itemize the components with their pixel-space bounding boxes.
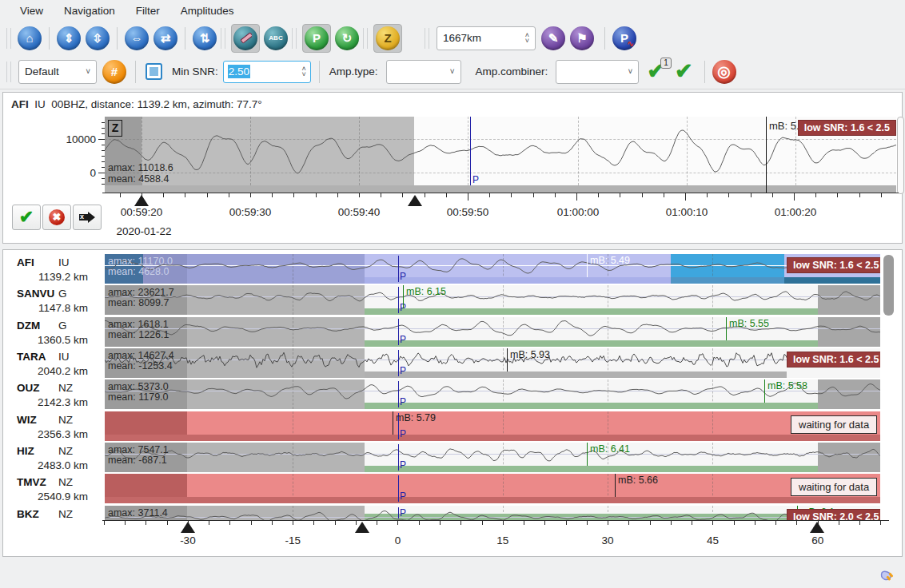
spinner-arrows-icon[interactable]: ˄˅ bbox=[517, 33, 529, 44]
accept-trace-button[interactable]: ✔ bbox=[12, 205, 41, 230]
trace-row-OUZ[interactable]: amax: 5373.0mean: 1179.0PmB: 5.58 bbox=[105, 379, 880, 409]
window-marker[interactable] bbox=[408, 195, 422, 206]
station-label-WIZ[interactable]: WIZNZ2356.3 km bbox=[3, 411, 105, 441]
snr-band-waiting bbox=[105, 435, 880, 441]
processing-band bbox=[105, 185, 896, 193]
mean-label: mean: -1253.4 bbox=[108, 360, 173, 371]
mb-marker[interactable] bbox=[766, 117, 767, 193]
date-label: 2020-01-22 bbox=[110, 225, 178, 237]
flag-pick-icon[interactable]: ⚑ bbox=[570, 26, 594, 50]
p-pick-marker[interactable] bbox=[470, 117, 471, 185]
window-marker[interactable] bbox=[810, 522, 824, 533]
amax-label: amax: 3711.4 bbox=[108, 507, 168, 518]
station-label-HIZ[interactable]: HIZNZ2483.0 km bbox=[3, 443, 105, 472]
row-height-icon[interactable]: ⇅ bbox=[193, 26, 217, 50]
pick-p-icon[interactable]: P bbox=[305, 26, 329, 50]
min-snr-checkbox[interactable] bbox=[146, 63, 162, 80]
trace-row-HIZ[interactable]: amax: 7547.1mean: -687.1PmB: 6.41 bbox=[105, 443, 880, 472]
amax-label: amax: 11170.0 bbox=[108, 256, 173, 267]
trace-row-SANVU[interactable]: amax: 23621.7mean: 8099.7PmB: 6.15 bbox=[105, 285, 880, 315]
connection-status-icon[interactable] bbox=[877, 566, 895, 586]
mb-marker[interactable] bbox=[587, 443, 588, 466]
commit-icon[interactable]: # bbox=[102, 60, 126, 84]
menu-navigation[interactable]: Navigation bbox=[54, 2, 126, 19]
station-label-TMVZ[interactable]: TMVZNZ2540.9 km bbox=[3, 474, 105, 503]
mb-marker[interactable] bbox=[726, 317, 727, 340]
min-snr-arrows-icon[interactable]: ˄˅ bbox=[294, 66, 306, 77]
station-list-scrollbar[interactable] bbox=[883, 255, 894, 316]
station-label-TARA[interactable]: TARAIU2040.2 km bbox=[3, 348, 105, 378]
time-tick-label: 00:59:30 bbox=[217, 206, 284, 218]
p-pick-marker[interactable] bbox=[398, 507, 399, 518]
time-tick-label: 00:59:40 bbox=[325, 206, 393, 218]
mean-label: mean: 4628.0 bbox=[108, 266, 169, 277]
p-pick-marker[interactable] bbox=[398, 475, 399, 502]
confirm-one-icon[interactable]: ✔1 bbox=[647, 61, 665, 82]
p-pick-marker[interactable] bbox=[398, 381, 399, 407]
distance-spinner[interactable]: 1667km ˄˅ bbox=[437, 26, 536, 50]
window-marker[interactable] bbox=[134, 195, 149, 206]
p-pick-marker[interactable] bbox=[398, 319, 399, 345]
station-label-AFI[interactable]: AFIIU1139.2 km bbox=[3, 254, 105, 284]
time-tick-label: 00:59:50 bbox=[434, 206, 501, 218]
mb-marker[interactable] bbox=[764, 379, 765, 403]
y-tick-10000: 10000 bbox=[48, 133, 96, 145]
amax-label: amax: 7547.1 bbox=[108, 444, 169, 455]
time-zoom-out-icon[interactable]: ⇔ bbox=[125, 26, 149, 50]
amplitude-fit-icon[interactable]: ⇳ bbox=[86, 26, 110, 50]
profile-combo[interactable]: Default ˅ bbox=[18, 60, 97, 84]
magnitude-target-icon[interactable]: ◎ bbox=[712, 60, 736, 84]
station-label-BKZ[interactable]: BKZNZ bbox=[3, 506, 105, 520]
p-pick-label: P bbox=[400, 459, 406, 471]
station-label-OUZ[interactable]: OUZNZ2142.3 km bbox=[3, 379, 105, 409]
trace-row-AFI[interactable]: amax: 11170.0mean: 4628.0PmB: 5.49low SN… bbox=[105, 254, 880, 284]
mb-marker[interactable] bbox=[403, 285, 404, 308]
home-icon[interactable]: ⌂ bbox=[18, 26, 42, 50]
main-details: distance: 1139.2 km, azimuth: 77.7° bbox=[91, 98, 262, 110]
draw-pick-icon[interactable]: ✎ bbox=[541, 26, 565, 50]
menu-view[interactable]: View bbox=[10, 2, 54, 19]
p-pick-label: P bbox=[400, 365, 406, 376]
relative-tick-label: 0 bbox=[365, 534, 432, 546]
trace-row-TARA[interactable]: amax: 14627.4mean: -1253.4PmB: 5.93low S… bbox=[105, 348, 880, 378]
station-label-DZM[interactable]: DZMG1360.5 km bbox=[3, 317, 105, 347]
station-labels-icon[interactable]: ABC bbox=[264, 26, 288, 50]
confirm-all-icon[interactable]: ✔ bbox=[675, 61, 693, 82]
min-snr-spinbox[interactable]: 2.50 ˄˅ bbox=[223, 61, 311, 83]
main-trace-plot[interactable]: Z amax: 11018.6 mean: 4588.4 P mB: 5.4 l… bbox=[105, 117, 896, 193]
mb-marker[interactable] bbox=[587, 254, 588, 277]
mb-marker[interactable] bbox=[615, 474, 616, 497]
p-pick-marker[interactable] bbox=[398, 256, 399, 282]
recompute-icon[interactable]: ↻ bbox=[335, 26, 359, 50]
mb-marker[interactable] bbox=[393, 411, 393, 435]
amp-combiner-combo[interactable]: ˅ bbox=[556, 60, 639, 84]
mb-value: mB: 5.55 bbox=[729, 318, 769, 329]
ruler-icon[interactable] bbox=[233, 26, 257, 50]
trace-row-WIZ[interactable]: PmB: 5.79waiting for data bbox=[105, 411, 880, 441]
mb-marker[interactable] bbox=[507, 348, 508, 371]
window-marker[interactable] bbox=[181, 522, 195, 533]
ruler-toggle-pressed bbox=[231, 24, 260, 53]
time-fit-icon[interactable]: ⇄ bbox=[153, 26, 177, 50]
skip-export-button[interactable]: x bbox=[73, 205, 102, 230]
amplitude-scale-icon[interactable]: ⇕ bbox=[57, 26, 81, 50]
p-pick-marker[interactable] bbox=[398, 287, 399, 313]
p-pick-label: P bbox=[400, 334, 406, 345]
trace-row-DZM[interactable]: amax: 1618.1mean: 1226.1PmB: 5.55 bbox=[105, 317, 880, 347]
menu-filter[interactable]: Filter bbox=[126, 2, 170, 19]
trace-row-BKZ[interactable]: amax: 3711.4PmB: 6.1low SNR: 2.0 < 2.5 bbox=[105, 506, 880, 520]
p-pick-label: P bbox=[400, 396, 406, 407]
p-pick-marker[interactable] bbox=[398, 444, 399, 471]
reject-trace-button[interactable]: ✖ bbox=[42, 205, 71, 230]
min-snr-label: Min SNR: bbox=[172, 66, 218, 77]
p-pick-marker[interactable] bbox=[398, 350, 399, 376]
station-label-SANVU[interactable]: SANVUG1147.8 km bbox=[3, 285, 105, 315]
compute-amplitudes-icon[interactable]: P∿ bbox=[612, 26, 636, 50]
amplitude-zoom-slider[interactable] bbox=[897, 117, 904, 194]
menu-bar: View Navigation Filter Amplitudes bbox=[0, 0, 905, 22]
amp-type-combo[interactable]: ˅ bbox=[386, 60, 461, 84]
menu-amplitudes[interactable]: Amplitudes bbox=[170, 2, 245, 19]
window-marker[interactable] bbox=[355, 522, 369, 533]
trace-row-TMVZ[interactable]: PmB: 5.66waiting for data bbox=[105, 474, 880, 503]
z-component-icon[interactable]: Z bbox=[376, 26, 400, 50]
